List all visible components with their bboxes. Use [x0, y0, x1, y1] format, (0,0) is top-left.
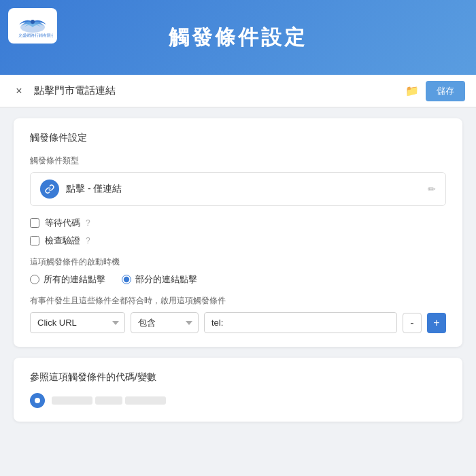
- condition-value-input[interactable]: [204, 312, 397, 333]
- trigger-type-label: 點擊 - 僅連結: [66, 183, 421, 195]
- reference-card-title: 參照這項觸發條件的代碼/變數: [30, 371, 446, 384]
- validate-checkbox[interactable]: [30, 236, 39, 245]
- condition-operator-select[interactable]: 包含 等於 開頭為 結尾為 符合 RegEx: [131, 312, 199, 333]
- remove-condition-button[interactable]: -: [403, 313, 422, 333]
- checkbox-validate-row: 檢查驗證 ?: [30, 235, 446, 247]
- folder-icon[interactable]: 📁: [405, 84, 419, 97]
- code-block-3: [125, 396, 166, 405]
- wait-code-label: 等待代碼: [45, 217, 80, 229]
- code-row: [30, 393, 446, 408]
- condition-row: Click URL Click Element Click Classes Cl…: [30, 312, 446, 333]
- reference-card: 參照這項觸發條件的代碼/變數: [14, 358, 462, 422]
- code-icon-dot: [35, 398, 40, 403]
- radio-some-clicks-row: 部分的連結點擊: [122, 273, 197, 286]
- condition-section-label: 有事件發生且這些條件全都符合時，啟用這項觸發條件: [30, 295, 446, 307]
- radio-some-clicks[interactable]: [122, 275, 131, 284]
- edit-icon[interactable]: ✏: [428, 184, 436, 194]
- radio-section-label: 這項觸發條件的啟動時機: [30, 256, 446, 268]
- validate-help-icon[interactable]: ?: [86, 236, 90, 245]
- condition-field-select[interactable]: Click URL Click Element Click Classes Cl…: [30, 312, 125, 333]
- wait-code-help-icon[interactable]: ?: [86, 218, 90, 228]
- radio-all-clicks-label: 所有的連結點擊: [44, 273, 105, 286]
- type-section-label: 觸發條件類型: [30, 155, 446, 167]
- save-button[interactable]: 儲存: [426, 81, 465, 101]
- trigger-card: 觸發條件設定 觸發條件類型 點擊 - 僅連結 ✏ 等待代碼 ? 檢查驗證 ? 這…: [14, 118, 462, 347]
- add-condition-button[interactable]: +: [427, 313, 446, 333]
- close-button[interactable]: ×: [11, 83, 27, 99]
- code-text-blocks: [52, 396, 166, 405]
- code-block-1: [52, 396, 92, 405]
- radio-all-clicks[interactable]: [30, 275, 39, 284]
- checkbox-wait-code-row: 等待代碼 ?: [30, 217, 446, 229]
- svg-point-1: [31, 20, 35, 24]
- radio-some-clicks-label: 部分的連結點擊: [135, 273, 197, 286]
- trigger-type-row: 點擊 - 僅連結 ✏: [30, 172, 446, 206]
- svg-text:允盛網路行銷有限公司: 允盛網路行銷有限公司: [18, 33, 53, 37]
- trigger-link-icon: [40, 180, 59, 199]
- page-header: 允盛網路行銷有限公司 觸發條件設定: [0, 0, 476, 75]
- code-block-2: [95, 396, 122, 405]
- trigger-card-title: 觸發條件設定: [30, 132, 446, 144]
- radio-group: 所有的連結點擊 部分的連結點擊: [30, 273, 446, 286]
- code-icon: [30, 393, 45, 408]
- document-name: 點擊門市電話連結: [34, 84, 398, 97]
- radio-all-clicks-row: 所有的連結點擊: [30, 273, 105, 286]
- page-title: 觸發條件設定: [169, 24, 307, 52]
- main-content: 觸發條件設定 觸發條件類型 點擊 - 僅連結 ✏ 等待代碼 ? 檢查驗證 ? 這…: [0, 107, 476, 476]
- toolbar: × 點擊門市電話連結 📁 儲存: [0, 75, 476, 107]
- company-logo: 允盛網路行銷有限公司: [8, 8, 57, 44]
- validate-label: 檢查驗證: [45, 235, 80, 247]
- wait-code-checkbox[interactable]: [30, 218, 39, 228]
